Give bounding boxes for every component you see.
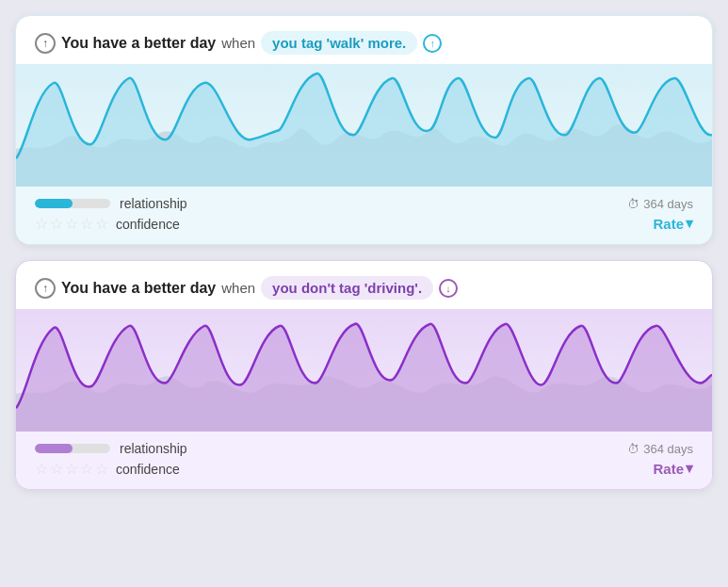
card-header-2: ↑ You have a better day when you don't t… (16, 261, 712, 309)
highlight-pill-2: you don't tag 'driving'. (261, 276, 433, 300)
rel-bar-2 (35, 444, 110, 453)
highlight-pill: you tag 'walk' more. (261, 31, 417, 55)
chart-purple (16, 309, 712, 432)
footer-right: ⏱ 364 days Rate ▾ (627, 197, 693, 232)
star-1[interactable]: ☆ (35, 215, 48, 233)
rel-label: relationship (120, 196, 187, 211)
days-value-2: 364 days (643, 442, 693, 456)
relationship-row: relationship (35, 196, 187, 211)
stars: ☆ ☆ ☆ ☆ ☆ (35, 215, 108, 233)
days-text-2: ⏱ 364 days (627, 442, 693, 456)
rate-label-2: Rate (653, 461, 684, 477)
rel-bar-fill-2 (35, 444, 73, 453)
chart-blue (16, 64, 712, 187)
driving-card: ↑ You have a better day when you don't t… (15, 260, 713, 490)
rate-label: Rate (653, 216, 684, 232)
star-2-4[interactable]: ☆ (80, 460, 93, 478)
chevron-down-icon-2: ▾ (686, 460, 693, 477)
walk-card: ↑ You have a better day when you tag 'wa… (15, 15, 713, 245)
stars-2: ☆ ☆ ☆ ☆ ☆ (35, 460, 108, 478)
star-2[interactable]: ☆ (50, 215, 63, 233)
confidence-row-2: ☆ ☆ ☆ ☆ ☆ confidence (35, 460, 187, 478)
main-text-2: You have a better day (61, 280, 216, 297)
card-footer-purple: relationship ☆ ☆ ☆ ☆ ☆ confidence ⏱ 364 … (16, 432, 712, 489)
star-2-3[interactable]: ☆ (65, 460, 78, 478)
days-text: ⏱ 364 days (627, 197, 693, 211)
rate-button-2[interactable]: Rate ▾ (653, 460, 693, 477)
rel-label-2: relationship (120, 441, 187, 456)
relationship-row-2: relationship (35, 441, 187, 456)
star-2-5[interactable]: ☆ (95, 460, 108, 478)
arrow-up-icon: ↑ (35, 33, 56, 54)
chevron-down-icon: ▾ (686, 215, 693, 232)
star-4[interactable]: ☆ (80, 215, 93, 233)
footer-left: relationship ☆ ☆ ☆ ☆ ☆ confidence (35, 196, 187, 233)
star-2-1[interactable]: ☆ (35, 460, 48, 478)
star-2-2[interactable]: ☆ (50, 460, 63, 478)
conf-label-2: confidence (116, 462, 180, 477)
when-text-2: when (221, 280, 255, 296)
footer-left-2: relationship ☆ ☆ ☆ ☆ ☆ confidence (35, 441, 187, 478)
conf-label: confidence (116, 217, 180, 232)
star-3[interactable]: ☆ (65, 215, 78, 233)
rel-bar (35, 199, 110, 208)
clock-icon-2: ⏱ (627, 442, 639, 456)
trailing-arrow-up-icon: ↑ (423, 34, 442, 53)
days-value: 364 days (643, 197, 693, 211)
card-header: ↑ You have a better day when you tag 'wa… (16, 16, 712, 64)
clock-icon: ⏱ (627, 197, 639, 211)
star-5[interactable]: ☆ (95, 215, 108, 233)
arrow-up-icon-2: ↑ (35, 278, 56, 299)
rel-bar-fill (35, 199, 73, 208)
main-text: You have a better day (61, 35, 216, 52)
when-text: when (221, 35, 255, 51)
rate-button[interactable]: Rate ▾ (653, 215, 693, 232)
confidence-row: ☆ ☆ ☆ ☆ ☆ confidence (35, 215, 187, 233)
card-footer-blue: relationship ☆ ☆ ☆ ☆ ☆ confidence ⏱ 364 … (16, 187, 712, 244)
trailing-arrow-down-icon: ↓ (439, 279, 458, 298)
footer-right-2: ⏱ 364 days Rate ▾ (627, 442, 693, 477)
